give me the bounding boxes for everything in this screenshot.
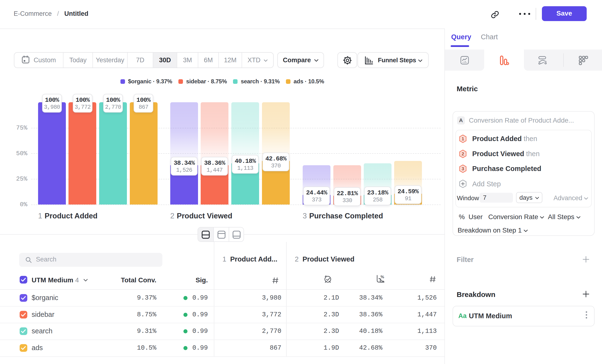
svg-text:3: 3 [462,166,464,171]
svg-text:%: % [380,275,384,279]
svg-text:1: 1 [462,136,464,141]
svg-text:2: 2 [462,151,464,156]
